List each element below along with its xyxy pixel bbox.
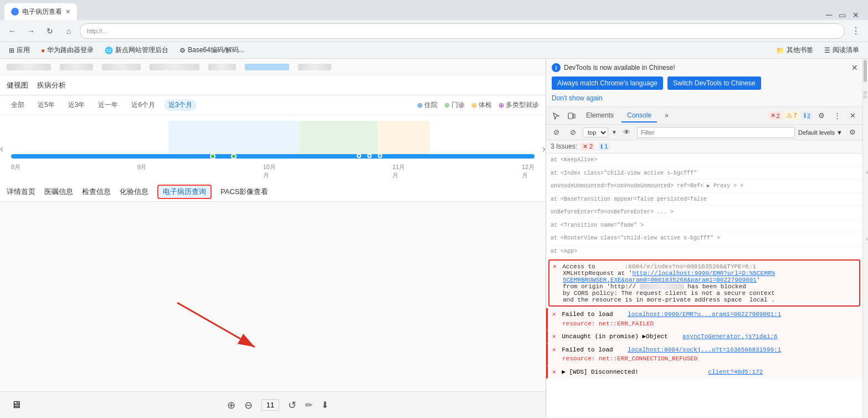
filter-outpatient[interactable]: ⊕ 门诊	[444, 100, 465, 110]
console-filter-input[interactable]	[637, 127, 795, 138]
errors-badge[interactable]: ✕ 2	[768, 111, 782, 120]
err-link-4[interactable]: client?40d5:172	[708, 369, 763, 375]
always-match-btn[interactable]: Always match Chrome's language	[552, 77, 663, 90]
xindian-icon: 🌐	[105, 47, 113, 54]
eye-icon[interactable]: 👁	[620, 126, 634, 139]
filter-inpatient[interactable]: ⊕ 住院	[417, 100, 438, 110]
cors-url-link[interactable]: http://localhost:9990/EMR?url=D:%5CEMR%	[632, 270, 774, 277]
bookmark-reading[interactable]: ☰ 阅读清单	[820, 44, 864, 56]
chart-next-btn[interactable]: ›	[542, 143, 546, 155]
timeline-dot-1	[210, 154, 215, 159]
warnings-badge[interactable]: ⚠ 7	[784, 111, 799, 120]
clear-console-btn[interactable]: ⊘	[549, 126, 563, 139]
blur-7	[298, 64, 331, 70]
sub-nav: 详情首页 医嘱信息 检查信息 化验信息 电子病历查询 PACS影像查看	[0, 182, 546, 202]
filter-all[interactable]: 全部	[7, 99, 29, 111]
subnav-detail[interactable]: 详情首页	[7, 185, 35, 199]
tab-close-btn[interactable]: ✕	[65, 8, 70, 16]
main-area: 健视图 疾病分析 全部 近5年 近3年 近一年 近6个月 近3个月 ⊕ 住院 ⊕…	[0, 59, 868, 418]
devtools-main-toolbar: Elements Console » ✕ 2 ⚠ 7 ℹ 2 ⚙ ⋮ ✕	[546, 107, 862, 125]
minimize-btn[interactable]: ─	[826, 10, 832, 20]
notification-close-btn[interactable]: ✕	[851, 63, 858, 72]
devtools-close-btn[interactable]: ✕	[846, 109, 859, 123]
filter-3m[interactable]: 近3个月	[164, 99, 197, 111]
tab-elements[interactable]: Elements	[581, 109, 619, 123]
error-icon-3: ✕	[552, 333, 556, 340]
subnav-check[interactable]: 检查信息	[82, 185, 111, 199]
bookmark-xindian[interactable]: 🌐 新点网站管理后台	[100, 44, 173, 56]
dont-show-link[interactable]: Don't show again	[552, 94, 603, 102]
red-arrow-indicator	[166, 292, 277, 358]
forward-btn[interactable]: →	[23, 23, 39, 39]
rotate-btn[interactable]: ↺	[288, 399, 296, 411]
console-entry-7: at <RouterView class="child-view active …	[546, 232, 862, 245]
blur-5	[208, 64, 236, 70]
filter-3y[interactable]: 近3年	[64, 99, 90, 111]
tab-more[interactable]: »	[659, 109, 674, 123]
folder-icon: 📁	[776, 47, 784, 54]
chart-prev-btn[interactable]: ‹	[0, 143, 3, 155]
zoom-out-btn[interactable]: ⊖	[244, 399, 253, 411]
cors-error-line: ✕ Access to :8084/#/index?no=0001035268&…	[553, 263, 856, 270]
home-btn[interactable]: ⌂	[61, 23, 76, 39]
issue-errors[interactable]: ✕ 2	[581, 142, 595, 151]
more-options-btn[interactable]: ⋮	[830, 109, 844, 123]
back-btn[interactable]: ←	[4, 23, 20, 39]
tab-bar: 电子病历查看 ✕ ─ ▭ ✕	[0, 0, 868, 20]
timeline-dot-3	[357, 154, 361, 158]
context-selector[interactable]: top	[583, 128, 608, 137]
xindian-label: 新点网站管理后台	[115, 45, 168, 55]
extensions-btn[interactable]: ⋮	[848, 23, 864, 39]
info-badge[interactable]: ℹ 2	[802, 111, 813, 120]
nav-jianshutu[interactable]: 健视图	[7, 78, 28, 93]
err-link-1[interactable]: localhost:9990/EMR?u...aram1=00227909001…	[628, 311, 781, 318]
switch-chinese-btn[interactable]: Switch DevTools to Chinese	[667, 77, 761, 90]
issues-label: 3 Issues:	[551, 142, 577, 151]
close-btn[interactable]: ✕	[852, 11, 859, 19]
page-nav: 健视图 疾病分析	[0, 75, 546, 95]
subnav-emr[interactable]: 电子病历查询	[157, 185, 212, 199]
filter-multi[interactable]: ⊕ 多类型就诊	[499, 100, 539, 110]
address-bar[interactable]: http://...	[80, 23, 845, 39]
tab-console[interactable]: Console	[622, 109, 657, 123]
console-entry-1: at <KeepAlive>	[546, 154, 862, 167]
month-oct: 10月月	[263, 163, 276, 180]
bookmark-apps[interactable]: ⊞ 应用	[4, 44, 34, 56]
page-num-box[interactable]: 11	[261, 399, 279, 411]
base64-icon: ⚙	[179, 47, 186, 54]
filter-1y[interactable]: 近一年	[94, 99, 122, 111]
pencil-btn[interactable]: ✏	[305, 400, 312, 410]
refresh-btn[interactable]: ↻	[42, 23, 58, 39]
apps-icon: ⊞	[9, 47, 14, 54]
filter-5y[interactable]: 近5年	[33, 99, 59, 111]
zoom-in-btn[interactable]: ⊕	[227, 399, 235, 411]
console-settings-btn[interactable]: ⚙	[846, 126, 859, 139]
devtools-notification: i DevTools is now available in Chinese! …	[546, 59, 862, 107]
console-entry-8: at <App>	[546, 245, 862, 258]
monitor-icon[interactable]: 🖥	[11, 399, 21, 411]
console-output[interactable]: at <KeepAlive> at <Index class="child-vi…	[546, 154, 862, 418]
subnav-medical[interactable]: 医嘱信息	[44, 185, 73, 199]
huawei-icon: ●	[41, 47, 45, 54]
subnav-lab[interactable]: 化验信息	[120, 185, 148, 199]
stop-btn[interactable]: ⊘	[566, 126, 579, 139]
active-tab[interactable]: 电子病历查看 ✕	[4, 3, 77, 20]
subnav-pacs[interactable]: PACS影像查看	[220, 185, 268, 199]
download-btn[interactable]: ⬇	[321, 400, 328, 410]
err-link-2[interactable]: asyncToGenerator.js?1da1:6	[682, 333, 778, 340]
nav-jibing[interactable]: 疾病分析	[37, 78, 66, 93]
filter-physical[interactable]: ⊕ 体检	[471, 100, 492, 110]
filter-6m[interactable]: 近6个月	[127, 99, 160, 111]
bookmark-other[interactable]: 📁 其他书签	[772, 44, 818, 56]
device-toolbar-btn[interactable]	[565, 109, 578, 123]
cors-url-link-2[interactable]: 5CEMRBROWSER.EXE&param0=0001035268&param…	[563, 277, 757, 283]
maximize-btn[interactable]: ▭	[839, 11, 846, 19]
settings-btn[interactable]: ⚙	[815, 109, 828, 123]
default-levels-label[interactable]: Default levels ▼	[798, 129, 843, 136]
bookmark-base64[interactable]: ⚙ Base64编码/解码...	[175, 44, 249, 56]
bookmark-huawei[interactable]: ● 华为路由器登录	[37, 44, 98, 56]
issue-info[interactable]: ℹ 1	[598, 142, 610, 151]
scrollbar-thumb[interactable]	[864, 60, 867, 82]
err-link-3[interactable]: localhost:8084/sockj...o?t=1636506831599…	[628, 346, 781, 353]
inspect-element-btn[interactable]	[549, 109, 563, 123]
